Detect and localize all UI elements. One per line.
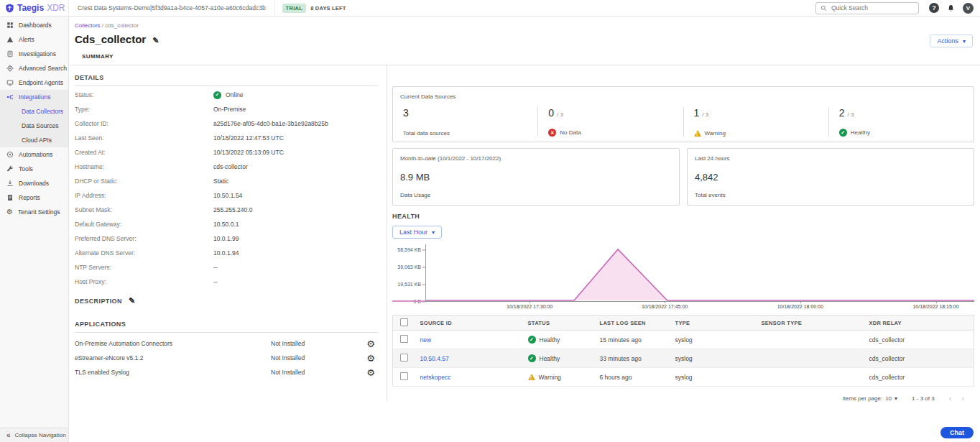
quick-search-input[interactable] bbox=[830, 4, 914, 12]
tab-summary[interactable]: SUMMARY bbox=[82, 53, 114, 60]
sidebar-item-tenant-settings[interactable]: ⚙ Tenant Settings bbox=[0, 205, 68, 219]
table-row: 10.50.4.57 Healthy 33 minutes ago syslog… bbox=[393, 349, 974, 368]
notifications-button[interactable] bbox=[947, 4, 955, 12]
sensor-type-cell bbox=[757, 331, 865, 349]
current-data-sources-card: Current Data Sources 3 Total data source… bbox=[392, 86, 974, 142]
sidebar-item-data-sources[interactable]: Data Sources bbox=[0, 119, 68, 133]
sidebar-item-investigations[interactable]: Investigations bbox=[0, 47, 68, 61]
application-name: TLS enabled Syslog bbox=[75, 369, 271, 376]
sidebar-item-tools[interactable]: Tools bbox=[0, 162, 68, 176]
sidebar-item-endpoint-agents[interactable]: Endpoint Agents bbox=[0, 75, 68, 90]
sidebar-item-label: Reports bbox=[19, 194, 40, 201]
xdr-relay-cell: cds_collector bbox=[865, 368, 974, 387]
type-cell: syslog bbox=[671, 368, 757, 387]
row-checkbox[interactable] bbox=[400, 335, 408, 343]
sidebar-item-cloud-apis[interactable]: Cloud APIs bbox=[0, 133, 68, 147]
detail-label: Type: bbox=[75, 106, 213, 113]
detail-label: NTP Servers: bbox=[75, 264, 213, 271]
detail-value: -- bbox=[213, 278, 218, 285]
sidebar-item-dashboards[interactable]: Dashboards bbox=[0, 18, 68, 32]
column-header: STATUS bbox=[524, 316, 596, 331]
user-avatar[interactable]: V bbox=[963, 3, 974, 14]
application-settings-gear-icon[interactable] bbox=[366, 368, 375, 377]
source-id-link[interactable]: netskopecc bbox=[420, 374, 451, 381]
taegis-logo[interactable]: Taegis XDR bbox=[0, 0, 69, 16]
detail-value: cds-collector bbox=[213, 163, 248, 170]
select-all-checkbox[interactable] bbox=[400, 318, 408, 326]
sidebar-item-automations[interactable]: Automations bbox=[0, 147, 68, 162]
help-button[interactable] bbox=[929, 3, 939, 13]
card-title: Last 24 hours bbox=[695, 155, 966, 162]
edit-description-pencil-icon[interactable] bbox=[129, 296, 136, 305]
application-settings-gear-icon[interactable] bbox=[366, 354, 375, 363]
sidebar-item-downloads[interactable]: Downloads bbox=[0, 176, 68, 190]
sidebar-item-label: Tools bbox=[19, 165, 33, 172]
alerts-icon bbox=[6, 36, 14, 43]
detail-value: On-Premise bbox=[213, 106, 246, 113]
card-value: 4,842 bbox=[695, 172, 966, 183]
detail-value: 10.0.1.94 bbox=[213, 249, 239, 257]
chat-button[interactable]: Chat bbox=[940, 427, 974, 438]
trial-days-left: 8 DAYS LEFT bbox=[310, 5, 346, 11]
sidebar-item-label: Dashboards bbox=[19, 22, 52, 29]
sidebar-item-alerts[interactable]: Alerts bbox=[0, 32, 68, 47]
collapse-navigation-button[interactable]: Collapse Navigation bbox=[0, 428, 68, 442]
detail-row: Last Seen:10/18/2022 12:47:53 UTC bbox=[75, 131, 378, 145]
y-tick-label: 39,063 KB bbox=[397, 264, 421, 270]
table-row: netskopecc Warning 6 hours ago syslog cd… bbox=[393, 368, 974, 387]
sidebar-item-integrations[interactable]: Integrations bbox=[0, 90, 68, 104]
previous-page-button[interactable] bbox=[949, 394, 952, 402]
table-row: new Healthy 15 minutes ago syslog cds_co… bbox=[393, 331, 974, 349]
column-header: LAST LOG SEEN bbox=[596, 316, 671, 331]
detail-label: DHCP or Static: bbox=[75, 178, 213, 185]
sidebar-item-reports[interactable]: Reports bbox=[0, 190, 68, 205]
detail-label: Host Proxy: bbox=[75, 278, 213, 285]
detail-label: IP Address: bbox=[75, 192, 213, 199]
chart-y-axis: 58,594 KB 39,063 KB 19,531 KB 0 B bbox=[392, 244, 425, 302]
detail-value: -- bbox=[213, 264, 218, 271]
applications-heading: APPLICATIONS bbox=[75, 321, 378, 333]
sidebar-item-label: Data Collectors bbox=[22, 108, 63, 115]
breadcrumb-collectors-link[interactable]: Collectors bbox=[75, 22, 101, 29]
row-checkbox[interactable] bbox=[400, 372, 408, 380]
last-log-seen-cell: 6 hours ago bbox=[596, 368, 671, 387]
sidebar-item-label: Data Sources bbox=[22, 122, 59, 129]
application-settings-gear-icon[interactable] bbox=[366, 339, 375, 349]
trial-info: TRIAL 8 DAYS LEFT bbox=[275, 4, 353, 13]
application-status: Not Installed bbox=[271, 354, 366, 362]
sidebar-item-advanced-search[interactable]: Advanced Search bbox=[0, 61, 68, 75]
row-checkbox[interactable] bbox=[400, 354, 408, 362]
sidebar-item-label: Cloud APIs bbox=[22, 137, 52, 144]
stat-label: Warning bbox=[705, 130, 726, 137]
breadcrumb: Collectors / cds_collector bbox=[75, 22, 139, 29]
chart-baseline-extension bbox=[392, 300, 425, 302]
health-chart: 58,594 KB 39,063 KB 19,531 KB 0 B 10/18/… bbox=[392, 244, 974, 310]
chevron-down-icon bbox=[895, 395, 897, 402]
time-range-dropdown[interactable]: Last Hour bbox=[392, 226, 442, 239]
next-page-button[interactable] bbox=[961, 394, 964, 402]
detail-label: Collector ID: bbox=[75, 120, 213, 127]
card-title: Month-to-date (10/1/2022 - 10/17/2022) bbox=[400, 155, 672, 162]
column-header: SOURCE ID bbox=[416, 316, 524, 331]
actions-button[interactable]: Actions bbox=[930, 34, 973, 47]
edit-title-pencil-icon[interactable] bbox=[152, 33, 159, 45]
integrations-icon bbox=[6, 93, 14, 101]
source-id-link[interactable]: new bbox=[420, 336, 432, 344]
quick-search[interactable] bbox=[815, 2, 919, 14]
health-chart-svg bbox=[426, 244, 974, 301]
details-panel: DETAILS Status: Online Type:On-Premise C… bbox=[70, 65, 387, 379]
detail-row: DHCP or Static:Static bbox=[75, 174, 378, 188]
items-per-page-select[interactable]: Items per page: 10 bbox=[843, 395, 898, 402]
source-id-link[interactable]: 10.50.4.57 bbox=[420, 355, 449, 362]
xdr-relay-cell: cds_collector bbox=[865, 349, 974, 368]
investigations-icon bbox=[6, 50, 14, 57]
x-tick-label: 10/18/2022 18:00:00 bbox=[777, 304, 823, 309]
detail-row: Created At:10/13/2022 05:13:09 UTC bbox=[75, 145, 378, 160]
status-text: Healthy bbox=[540, 355, 560, 362]
card-label: Total events bbox=[695, 192, 966, 198]
sidebar-item-data-collectors[interactable]: Data Collectors bbox=[0, 104, 68, 119]
status-text: Healthy bbox=[540, 336, 560, 344]
pagination-range: 1 - 3 of 3 bbox=[912, 395, 935, 402]
detail-label: Subnet Mask: bbox=[75, 206, 213, 213]
detail-value: 10/13/2022 05:13:09 UTC bbox=[213, 149, 284, 156]
